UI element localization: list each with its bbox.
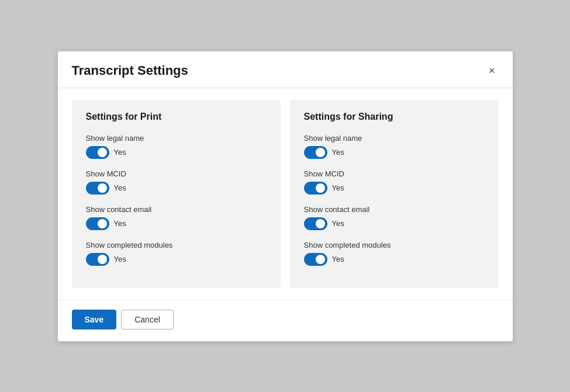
sharing-setting-label-3: Show completed modules [304, 241, 485, 249]
print-toggle-row-2: Yes [86, 217, 267, 230]
sharing-toggle-yes-1: Yes [332, 183, 344, 192]
sharing-toggle-row-3: Yes [304, 253, 485, 266]
print-toggle-3[interactable] [86, 253, 109, 266]
print-toggle-thumb-1 [98, 183, 107, 193]
sharing-setting-row-0: Show legal name Yes [304, 134, 485, 159]
print-toggle-yes-2: Yes [114, 219, 126, 228]
sharing-toggle-yes-2: Yes [332, 219, 344, 228]
cancel-button[interactable]: Cancel [121, 310, 174, 329]
print-setting-row-0: Show legal name Yes [86, 134, 267, 159]
print-toggle-thumb-3 [98, 255, 107, 264]
print-setting-label-2: Show contact email [86, 205, 267, 214]
print-toggle-1[interactable] [86, 182, 109, 195]
sharing-toggle-yes-3: Yes [332, 255, 344, 263]
sharing-panel-title: Settings for Sharing [304, 112, 485, 122]
print-setting-row-2: Show contact email Yes [86, 205, 267, 230]
print-setting-label-1: Show MCID [86, 169, 267, 178]
print-toggle-2[interactable] [86, 217, 109, 230]
sharing-toggle-0[interactable] [304, 146, 327, 159]
sharing-toggle-2[interactable] [304, 217, 327, 230]
sharing-setting-row-1: Show MCID Yes [304, 169, 485, 195]
print-toggle-thumb-0 [98, 148, 107, 157]
print-toggle-row-1: Yes [86, 182, 267, 195]
dialog-footer: Save Cancel [58, 300, 513, 341]
print-toggle-yes-1: Yes [114, 183, 126, 192]
save-button[interactable]: Save [72, 310, 117, 329]
sharing-toggle-thumb-3 [316, 255, 325, 264]
dialog-body: Settings for Print Show legal name Yes [58, 88, 513, 300]
print-toggle-row-0: Yes [86, 146, 267, 159]
sharing-toggle-3[interactable] [304, 253, 327, 266]
sharing-toggle-yes-0: Yes [332, 148, 344, 157]
print-toggle-row-3: Yes [86, 253, 267, 266]
print-setting-row-3: Show completed modules Yes [86, 241, 267, 266]
dialog-overlay: Transcript Settings × Settings for Print… [0, 0, 570, 392]
print-toggle-yes-3: Yes [114, 255, 126, 263]
sharing-setting-label-2: Show contact email [304, 205, 485, 214]
print-setting-label-3: Show completed modules [86, 241, 267, 249]
print-settings-panel: Settings for Print Show legal name Yes [72, 100, 281, 288]
print-toggle-thumb-2 [98, 219, 107, 228]
close-button[interactable]: × [485, 64, 499, 77]
sharing-settings-panel: Settings for Sharing Show legal name Yes [290, 100, 499, 288]
transcript-settings-dialog: Transcript Settings × Settings for Print… [57, 51, 513, 342]
print-toggle-0[interactable] [86, 146, 109, 159]
sharing-toggle-row-2: Yes [304, 217, 485, 230]
sharing-toggle-row-0: Yes [304, 146, 485, 159]
sharing-toggle-thumb-1 [316, 183, 325, 193]
sharing-setting-label-1: Show MCID [304, 169, 485, 178]
sharing-setting-row-3: Show completed modules Yes [304, 241, 485, 266]
print-setting-row-1: Show MCID Yes [86, 169, 267, 195]
sharing-setting-label-0: Show legal name [304, 134, 485, 143]
sharing-toggle-thumb-0 [316, 148, 325, 157]
sharing-setting-row-2: Show contact email Yes [304, 205, 485, 230]
dialog-title: Transcript Settings [72, 63, 188, 78]
print-panel-title: Settings for Print [86, 112, 267, 122]
sharing-toggle-thumb-2 [316, 219, 325, 228]
print-setting-label-0: Show legal name [86, 134, 267, 143]
print-toggle-yes-0: Yes [114, 148, 126, 157]
sharing-toggle-1[interactable] [304, 182, 327, 195]
dialog-header: Transcript Settings × [58, 51, 513, 88]
sharing-toggle-row-1: Yes [304, 182, 485, 195]
